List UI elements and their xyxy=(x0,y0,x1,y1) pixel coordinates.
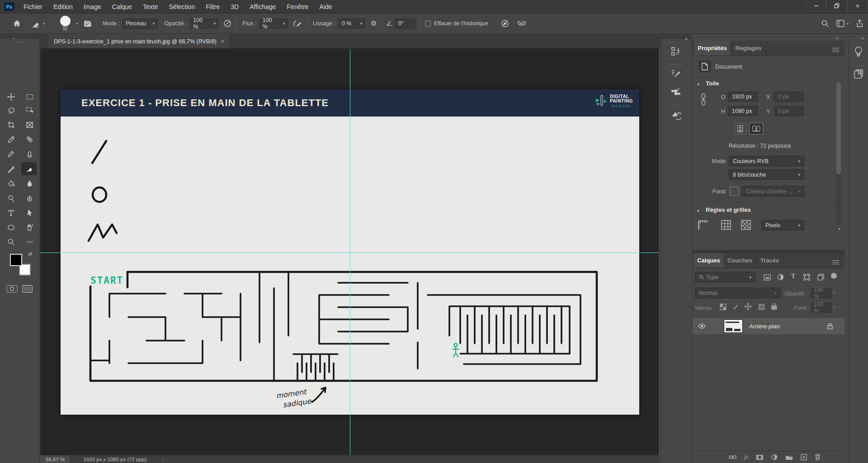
lock-all-icon[interactable] xyxy=(771,303,777,310)
frame-tool[interactable] xyxy=(22,118,37,131)
layer-comps-icon[interactable] xyxy=(661,47,691,56)
menu-item[interactable]: Fichier xyxy=(18,0,48,13)
lock-position-icon[interactable] xyxy=(745,303,751,310)
swap-colors-icon[interactable]: ⇄ xyxy=(28,251,32,257)
crop-tool[interactable] xyxy=(3,118,19,131)
paint-symmetry-icon[interactable] xyxy=(517,19,527,28)
tab-reglages[interactable]: Réglages xyxy=(731,41,767,56)
layer-opacity-chevron[interactable]: ▾ xyxy=(834,290,836,295)
menu-item[interactable]: Image xyxy=(78,0,107,13)
blur-tool[interactable] xyxy=(22,177,37,190)
workspace-switcher-icon[interactable]: ▾ xyxy=(836,20,849,27)
toolbar-grip[interactable] xyxy=(14,42,26,42)
rail-grip2[interactable] xyxy=(854,65,863,66)
paint-bucket-tool[interactable] xyxy=(3,177,19,190)
angle-field[interactable]: 0° xyxy=(395,19,415,28)
layer-filter-search[interactable]: Type▾ xyxy=(695,272,755,282)
menu-item[interactable]: Affichage xyxy=(244,0,281,13)
dock-grip2[interactable] xyxy=(670,64,682,65)
layer-style-fx-icon[interactable]: fx xyxy=(744,454,748,461)
minimize-button[interactable] xyxy=(806,0,826,12)
new-group-icon[interactable] xyxy=(785,454,793,460)
rectangular-marquee-tool[interactable] xyxy=(22,90,37,103)
layer-opacity-field[interactable]: 100 % xyxy=(811,288,831,298)
screen-mode-button[interactable] xyxy=(22,285,33,293)
history-brush-tool[interactable] xyxy=(3,163,19,176)
new-layer-icon[interactable] xyxy=(801,454,807,460)
menu-item[interactable]: Aide xyxy=(314,0,338,13)
history-panel-icon[interactable] xyxy=(661,110,691,121)
lock-transparency-icon[interactable] xyxy=(720,304,726,310)
zoom-level-field[interactable]: 66,67 % xyxy=(40,455,71,463)
menu-item[interactable]: Filtre xyxy=(200,0,225,13)
canvas-area[interactable]: EXERCICE 1 - PRISE EN MAIN DE LA TABLETT… xyxy=(40,48,659,455)
discover-lightbulb-icon[interactable] xyxy=(849,46,868,58)
toggle-brush-panels-icon[interactable] xyxy=(83,19,92,28)
tab-calques[interactable]: Calques xyxy=(693,253,724,268)
filter-type-layers-icon[interactable]: T xyxy=(791,273,795,280)
document-tab[interactable]: DPS-1-1-3-exercice_1 prise en main brush… xyxy=(48,34,230,48)
filter-smart-objects-icon[interactable] xyxy=(817,274,824,281)
scroll-down-chevron[interactable]: ▾ xyxy=(838,227,840,231)
bit-depth-dropdown[interactable]: 8 bits/couche▾ xyxy=(729,169,804,180)
hand-tool[interactable] xyxy=(22,221,37,234)
link-layers-icon[interactable] xyxy=(729,455,736,459)
healing-brush-tool[interactable] xyxy=(22,133,37,146)
lock-artboard-icon[interactable] xyxy=(758,304,765,310)
filter-pixel-layers-icon[interactable] xyxy=(764,274,771,281)
search-icon[interactable] xyxy=(821,19,829,28)
layers-menu-icon[interactable] xyxy=(832,259,839,264)
lasso-tool[interactable] xyxy=(3,104,19,117)
menu-item[interactable]: 3D xyxy=(225,0,244,13)
pencil-tool[interactable] xyxy=(3,147,19,160)
menu-item[interactable]: Calque xyxy=(107,0,137,13)
filter-adjustment-layers-icon[interactable] xyxy=(777,274,784,281)
document-properties-icon[interactable] xyxy=(699,61,711,72)
eyedropper-tool[interactable] xyxy=(3,133,19,146)
filter-toggle-dot[interactable] xyxy=(831,273,837,279)
units-dropdown[interactable]: Pixels▾ xyxy=(761,220,804,230)
eraser-preset-icon[interactable]: ▾ xyxy=(31,19,45,28)
layer-visibility-eye-icon[interactable] xyxy=(698,323,706,329)
background-fill-dropdown[interactable]: Couleur d'arrière-...▾ xyxy=(742,186,804,196)
brush-settings-icon[interactable] xyxy=(661,69,691,79)
type-tool[interactable] xyxy=(3,206,19,220)
background-fill-swatch[interactable] xyxy=(730,187,739,196)
airbrush-icon[interactable] xyxy=(292,19,302,28)
new-adjustment-layer-icon[interactable] xyxy=(771,454,778,460)
opacity-field[interactable]: 100 % xyxy=(189,19,211,28)
opacity-slider-chevron[interactable]: ▾ xyxy=(211,19,218,28)
home-icon[interactable] xyxy=(13,19,21,28)
pressure-size-icon[interactable] xyxy=(500,19,509,28)
properties-scrollbar[interactable] xyxy=(836,80,841,225)
tab-proprietes[interactable]: Propriétés xyxy=(694,41,731,56)
panel-expand-chevrons[interactable]: » xyxy=(836,35,838,41)
brushes-icon[interactable] xyxy=(661,87,691,97)
layer-fill-field[interactable]: 100 % xyxy=(811,303,831,313)
rulers-icon[interactable] xyxy=(697,220,709,231)
path-selection-tool[interactable] xyxy=(22,206,37,220)
pen-tool[interactable] xyxy=(22,192,37,205)
edit-toolbar-ellipsis[interactable] xyxy=(22,235,37,248)
restore-button[interactable] xyxy=(826,0,847,12)
width-field[interactable]: 1920 px xyxy=(728,92,758,102)
clone-stamp-tool[interactable] xyxy=(22,147,37,160)
link-dimensions-icon[interactable] xyxy=(700,93,707,106)
object-selection-tool[interactable] xyxy=(22,104,37,117)
properties-menu-icon[interactable] xyxy=(832,47,839,52)
tab-couches[interactable]: Couches xyxy=(724,253,756,268)
tab-close-icon[interactable]: × xyxy=(221,38,225,45)
blend-mode-dropdown[interactable]: Pinceau▾ xyxy=(123,19,158,29)
zoom-tool[interactable] xyxy=(3,235,19,248)
transparency-grid-icon[interactable] xyxy=(741,220,751,230)
layer-thumbnail[interactable] xyxy=(724,319,743,333)
y-field[interactable]: 0 px xyxy=(774,106,804,116)
libraries-icon[interactable] xyxy=(849,69,868,79)
menu-item[interactable]: Fenêtre xyxy=(281,0,314,13)
menu-item[interactable]: Edition xyxy=(48,0,78,13)
orientation-portrait-button[interactable] xyxy=(734,123,746,135)
color-mode-dropdown[interactable]: Couleurs RVB▾ xyxy=(729,156,804,166)
share-icon[interactable] xyxy=(856,19,863,28)
layer-fill-chevron[interactable]: ▾ xyxy=(834,305,836,309)
add-mask-icon[interactable] xyxy=(756,454,764,460)
